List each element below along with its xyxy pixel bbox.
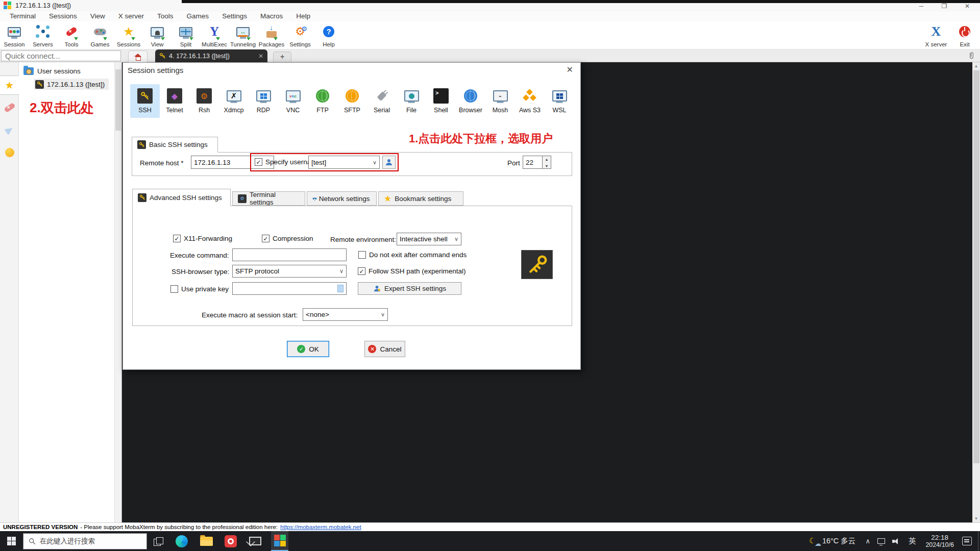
taskbar-app-red[interactable] <box>222 531 239 551</box>
port-spinner[interactable]: ▲▼ <box>543 156 551 169</box>
tab-bookmark-settings[interactable]: ★Bookmark settings <box>378 191 463 206</box>
hidden-icons-chevron[interactable]: ∧ <box>862 537 874 545</box>
toolbar-button-exit[interactable]: Exit <box>950 21 979 49</box>
protocol-file[interactable]: File <box>397 84 426 118</box>
network-icon[interactable] <box>877 538 885 544</box>
protocol-rdp[interactable]: RDP <box>249 84 278 118</box>
start-button[interactable] <box>7 537 16 545</box>
port-input[interactable]: 22 <box>523 156 543 169</box>
tab-close-icon[interactable]: ✕ <box>258 53 263 60</box>
tree-item-user-sessions[interactable]: User sessions <box>23 65 81 77</box>
close-button[interactable]: ✕ <box>960 2 975 10</box>
task-view-icon[interactable] <box>154 537 163 545</box>
dialog-close-icon[interactable]: ✕ <box>567 65 573 74</box>
toolbar-button-tunneling[interactable]: ↔Tunneling <box>229 21 257 49</box>
protocol-wsl[interactable]: WSL <box>545 84 574 118</box>
show-desktop-button[interactable] <box>978 531 980 551</box>
taskbar-app-edge[interactable] <box>173 531 190 551</box>
scroll-down-arrow[interactable]: ▼ <box>972 515 980 522</box>
x11-checkbox[interactable]: ✓ <box>173 235 181 242</box>
sidebar-tab-macros[interactable] <box>0 120 19 140</box>
private-key-input[interactable] <box>232 282 347 295</box>
language-indicator[interactable]: 英 <box>904 536 921 546</box>
toolbar-button-tools[interactable]: Tools <box>57 21 86 49</box>
toolbar-button-split[interactable]: Split <box>172 21 200 49</box>
home-tab[interactable] <box>128 51 148 62</box>
protocol-mosh[interactable]: ⌁Mosh <box>485 84 515 118</box>
sidebar-scrollbar-thumb[interactable] <box>115 69 121 131</box>
sidebar-tab-games[interactable] <box>0 143 19 162</box>
maximize-button[interactable]: ❐ <box>937 2 952 10</box>
sidebar-tab-sessions[interactable]: ★ <box>0 76 19 95</box>
toolbar-button-multiexec[interactable]: YMultiExec <box>200 21 229 49</box>
use-private-key-checkbox[interactable] <box>170 285 178 293</box>
tab-terminal-settings[interactable]: ⚙Terminal settings <box>232 191 305 206</box>
menu-item-terminal[interactable]: Terminal <box>3 11 42 21</box>
do-not-exit-checkbox[interactable] <box>358 251 366 259</box>
tab-network-settings[interactable]: •:•Network settings <box>307 191 377 206</box>
quick-connect-input[interactable] <box>1 51 121 61</box>
action-center-icon[interactable] <box>962 537 972 545</box>
weather-icon[interactable]: ☾☁ <box>809 537 820 546</box>
tab-basic-ssh-settings[interactable]: Basic SSH settings <box>132 137 218 153</box>
compression-checkbox[interactable]: ✓ <box>262 235 270 242</box>
ssh-browser-dropdown[interactable]: SFTP protocol∨ <box>232 265 347 278</box>
paperclip-icon[interactable] <box>967 51 976 62</box>
protocol-telnet[interactable]: ◆Telnet <box>160 84 189 118</box>
scrollbar-thumb[interactable] <box>973 70 979 463</box>
protocol-xdmcp[interactable]: ✗Xdmcp <box>219 84 249 118</box>
new-tab-button[interactable]: + <box>273 52 291 62</box>
protocol-shell[interactable]: >Shell <box>426 84 456 118</box>
menu-item-view[interactable]: View <box>84 11 112 21</box>
protocol-ssh[interactable]: SSH <box>130 84 160 118</box>
protocol-serial[interactable]: Serial <box>367 84 397 118</box>
protocol-vnc[interactable]: vncVNC <box>278 84 308 118</box>
sidebar-scrollbar[interactable] <box>114 62 121 522</box>
menu-item-x-server[interactable]: X server <box>112 11 151 21</box>
menu-item-sessions[interactable]: Sessions <box>42 11 84 21</box>
clock[interactable]: 22:18 2024/10/6 <box>920 534 959 549</box>
taskbar-search[interactable]: 在此键入进行搜索 <box>23 533 147 549</box>
menu-item-help[interactable]: Help <box>289 11 317 21</box>
tree-item-session[interactable]: 172.16.1.13 ([test]) <box>34 79 109 90</box>
toolbar-button-session[interactable]: Session <box>0 21 29 49</box>
mobatek-link[interactable]: https://mobaxterm.mobatek.net <box>280 524 361 530</box>
ok-button[interactable]: ✓OK <box>287 341 329 357</box>
toolbar-button-settings[interactable]: ⚙⚙Settings <box>286 21 314 49</box>
protocol-aws-s3[interactable]: Aws S3 <box>515 84 545 118</box>
follow-ssh-checkbox[interactable]: ✓ <box>358 267 365 275</box>
taskbar-app-mail[interactable] <box>247 531 264 551</box>
macro-dropdown[interactable]: <none>∨ <box>303 308 388 321</box>
remote-env-dropdown[interactable]: Interactive shell∨ <box>397 233 461 245</box>
expert-ssh-settings-button[interactable]: Expert SSH settings <box>358 282 461 295</box>
execute-command-input[interactable] <box>232 248 347 261</box>
protocol-sftp[interactable]: SFTP <box>337 84 367 118</box>
spin-down-icon[interactable]: ▼ <box>543 163 551 169</box>
spin-up-icon[interactable]: ▲ <box>543 156 551 163</box>
toolbar-button-x-server[interactable]: XX server <box>922 21 950 49</box>
scroll-up-arrow[interactable]: ▲ <box>972 62 980 70</box>
toolbar-button-packages[interactable]: Packages <box>257 21 286 49</box>
taskbar-app-mobaxterm[interactable] <box>271 531 288 551</box>
sidebar-tab-tools[interactable] <box>0 98 19 117</box>
protocol-rsh[interactable]: ⚙Rsh <box>189 84 219 118</box>
weather-text[interactable]: 16°C 多云 <box>822 536 855 546</box>
menu-item-macros[interactable]: Macros <box>254 11 289 21</box>
menu-item-tools[interactable]: Tools <box>151 11 180 21</box>
toolbar-button-view[interactable]: View <box>143 21 172 49</box>
file-browse-icon[interactable] <box>337 285 344 292</box>
menu-item-settings[interactable]: Settings <box>215 11 254 21</box>
toolbar-button-help[interactable]: ?Help <box>314 21 343 49</box>
toolbar-button-games[interactable]: Games <box>86 21 114 49</box>
menu-item-games[interactable]: Games <box>180 11 216 21</box>
cancel-button[interactable]: ✕Cancel <box>364 341 405 357</box>
taskbar-app-explorer[interactable] <box>198 531 215 551</box>
terminal-scrollbar[interactable]: ▲ ▼ <box>972 62 980 522</box>
session-tab[interactable]: 4. 172.16.1.13 ([test]) ✕ <box>155 49 267 62</box>
protocol-ftp[interactable]: FTP <box>308 84 337 118</box>
tab-advanced-ssh-settings[interactable]: Advanced SSH settings <box>132 189 231 206</box>
toolbar-button-sessions[interactable]: ★Sessions <box>114 21 143 49</box>
protocol-browser[interactable]: Browser <box>456 84 485 118</box>
minimize-button[interactable]: ─ <box>914 2 929 10</box>
speaker-icon[interactable] <box>892 538 900 545</box>
